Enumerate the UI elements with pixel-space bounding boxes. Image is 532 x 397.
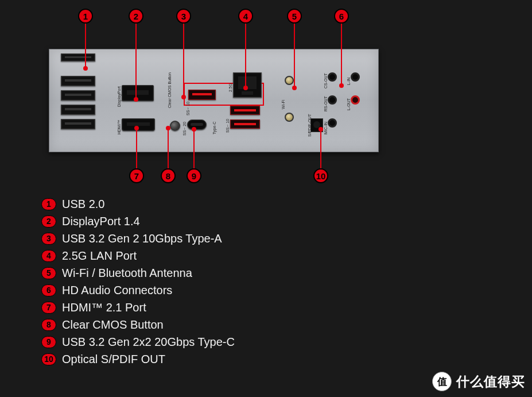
legend-number: 2 bbox=[41, 215, 56, 228]
label-lin: L-IN bbox=[347, 78, 351, 85]
legend-item: 5 Wi-Fi / Bluetooth Antenna bbox=[41, 264, 235, 282]
audio-jack-rsout bbox=[328, 95, 337, 105]
callout-number: 1 bbox=[83, 11, 88, 21]
legend-list: 1 USB 2.0 2 DisplayPort 1.4 3 USB 3.2 Ge… bbox=[41, 195, 235, 368]
callout-number: 8 bbox=[166, 171, 170, 181]
legend-number: 10 bbox=[41, 353, 56, 365]
wifi-antenna-connector bbox=[285, 113, 294, 122]
legend-item: 1 USB 2.0 bbox=[41, 195, 235, 213]
legend-item: 9 USB 3.2 Gen 2x2 20Gbps Type-C bbox=[41, 333, 235, 350]
legend-text: HD Audio Connectors bbox=[62, 284, 172, 297]
label-spdif: S/PDIF-OUT bbox=[308, 114, 312, 137]
callout-number: 3 bbox=[181, 11, 186, 21]
legend-text: USB 2.0 bbox=[62, 198, 104, 211]
legend-text: Optical S/PDIF OUT bbox=[62, 353, 165, 366]
legend-item: 10 Optical S/PDIF OUT bbox=[41, 350, 235, 368]
callout-marker-5: 5 bbox=[287, 9, 302, 24]
callout-marker-3: 3 bbox=[176, 9, 191, 24]
label-clear-cmos: Clear CMOS Button bbox=[168, 72, 172, 108]
usb32-gen2-port bbox=[188, 90, 216, 100]
audio-jack-csout bbox=[328, 72, 337, 82]
legend-text: Clear CMOS Button bbox=[62, 318, 164, 332]
legend-item: 8 Clear CMOS Button bbox=[41, 316, 235, 333]
legend-number: 6 bbox=[41, 284, 56, 296]
io-panel-image: DisplayPort HDMI™ Clear CMOS Button SS←1… bbox=[49, 49, 379, 152]
legend-number: 9 bbox=[41, 336, 56, 348]
usb2-port bbox=[61, 119, 95, 129]
legend-number: 4 bbox=[41, 250, 56, 262]
callout-number: 4 bbox=[243, 11, 248, 21]
legend-item: 2 DisplayPort 1.4 bbox=[41, 213, 235, 230]
watermark-text: 什么值得买 bbox=[456, 373, 525, 391]
label-lout: L-OUT bbox=[347, 98, 351, 110]
callout-number: 7 bbox=[134, 171, 139, 181]
label-ss10: SS←10 bbox=[226, 119, 230, 133]
usb2-port-top bbox=[61, 53, 95, 61]
usb2-stack bbox=[61, 62, 95, 133]
callout-marker-2: 2 bbox=[129, 9, 143, 24]
legend-number: 5 bbox=[41, 267, 56, 279]
label-ss20: SS←20 bbox=[182, 122, 187, 136]
label-wifi: Wi-Fi bbox=[281, 100, 285, 109]
legend-text: USB 3.2 Gen 2 10Gbps Type-A bbox=[62, 232, 222, 245]
legend-text: 2.5G LAN Port bbox=[62, 249, 137, 263]
usb-type-c-port bbox=[187, 120, 207, 130]
label-rsout: RS-OUT bbox=[324, 96, 328, 111]
callout-number: 2 bbox=[134, 11, 138, 21]
legend-number: 3 bbox=[41, 233, 56, 245]
legend-item: 7 HDMI™ 2.1 Port bbox=[41, 299, 235, 316]
legend-text: USB 3.2 Gen 2x2 20Gbps Type-C bbox=[62, 336, 235, 349]
watermark-badge: 值 bbox=[432, 372, 452, 391]
callout-number: 9 bbox=[192, 171, 196, 181]
audio-jack-lin bbox=[351, 72, 360, 82]
legend-number: 1 bbox=[41, 198, 56, 210]
usb2-port bbox=[61, 90, 95, 101]
usb2-port bbox=[61, 76, 95, 86]
callout-marker-8: 8 bbox=[161, 168, 176, 183]
clear-cmos-button bbox=[170, 121, 180, 131]
legend-number: 8 bbox=[41, 319, 56, 331]
label-ss10: SS←10 bbox=[186, 102, 190, 115]
legend-number: 7 bbox=[41, 302, 56, 314]
lan-port bbox=[233, 72, 262, 98]
label-hdmi: HDMI™ bbox=[117, 120, 121, 134]
callout-number: 6 bbox=[339, 11, 344, 21]
legend-item: 6 HD Audio Connectors bbox=[41, 282, 235, 299]
label-micin: MIC-IN bbox=[324, 122, 328, 134]
callout-number: 10 bbox=[316, 171, 326, 181]
callout-marker-9: 9 bbox=[187, 168, 201, 183]
legend-item: 3 USB 3.2 Gen 2 10Gbps Type-A bbox=[41, 230, 235, 247]
audio-jack-lout bbox=[351, 95, 360, 105]
label-displayport: DisplayPort bbox=[117, 86, 121, 107]
watermark: 值 什么值得买 bbox=[432, 372, 525, 391]
usb32-gen2-port bbox=[230, 106, 260, 115]
legend-text: DisplayPort 1.4 bbox=[62, 215, 140, 228]
label-typec: Type-C bbox=[212, 121, 216, 134]
label-csout: CS-OUT bbox=[324, 73, 328, 88]
callout-marker-6: 6 bbox=[334, 9, 349, 24]
legend-text: Wi-Fi / Bluetooth Antenna bbox=[62, 267, 192, 280]
usb2-port bbox=[61, 105, 95, 115]
wifi-antenna-connector bbox=[285, 76, 294, 85]
audio-jack-micin bbox=[328, 118, 337, 128]
callout-number: 5 bbox=[292, 11, 297, 21]
label-25g: 2.5G bbox=[228, 83, 232, 92]
callout-marker-1: 1 bbox=[78, 9, 93, 24]
callout-marker-7: 7 bbox=[129, 168, 144, 183]
callout-marker-10: 10 bbox=[313, 168, 328, 183]
legend-item: 4 2.5G LAN Port bbox=[41, 247, 235, 264]
callout-marker-4: 4 bbox=[238, 9, 253, 24]
usb32-gen2-port bbox=[230, 120, 260, 129]
legend-text: HDMI™ 2.1 Port bbox=[62, 301, 146, 314]
